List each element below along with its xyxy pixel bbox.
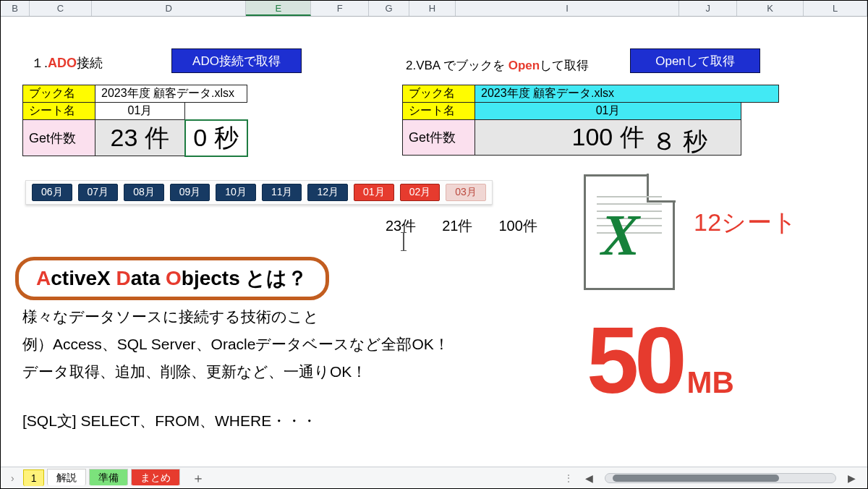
month-count-value: 100件 [499, 216, 537, 236]
column-header-C[interactable]: C [30, 1, 92, 16]
ado-time-value: 0 秒 [185, 120, 247, 156]
open-fetch-button[interactable]: Openして取得 [630, 48, 760, 73]
month-tab-11月[interactable]: 11月 [262, 184, 302, 201]
scroll-right-button[interactable]: ▶ [843, 472, 860, 484]
excel-file-icon: X [584, 174, 685, 296]
month-counts: 23件21件100件 [386, 216, 537, 236]
section-1-title: １.ADO接続 [31, 54, 103, 72]
month-tab-01月[interactable]: 01月 [354, 184, 394, 201]
ado-fetch-button[interactable]: ADO接続で取得 [171, 48, 302, 73]
column-headers: BCDEFGHIJKL [1, 1, 867, 17]
month-tab-06月[interactable]: 06月 [32, 184, 72, 201]
column-header-K[interactable]: K [737, 1, 804, 16]
month-tab-12月[interactable]: 12月 [307, 184, 348, 201]
column-header-H[interactable]: H [409, 1, 456, 16]
sheet-name-cell[interactable]: 01月 [95, 103, 185, 120]
month-tab-09月[interactable]: 09月 [170, 184, 210, 201]
tab-scroll-right-icon[interactable]: › [4, 472, 22, 484]
text-cursor-icon [403, 232, 404, 251]
new-sheet-button[interactable]: ＋ [182, 469, 215, 487]
book-label: ブック名 [23, 85, 95, 103]
column-header-L[interactable]: L [804, 1, 867, 16]
book-name-cell[interactable]: 2023年度 顧客データ.xlsx [95, 85, 247, 103]
scrollbar-thumb[interactable] [613, 475, 779, 482]
month-tab-03月[interactable]: 03月 [446, 184, 486, 201]
file-size: 50 MB [587, 313, 734, 407]
scroll-left-button[interactable]: ◀ [581, 472, 597, 484]
ado-desc-line: [SQL文] SELECT、FROM、WHERE・・・ [22, 409, 317, 434]
sheet-label: シート名 [403, 103, 475, 120]
column-header-E[interactable]: E [246, 1, 311, 16]
open-time-value: ８ 秒 [652, 125, 707, 158]
count-label: Get件数 [403, 120, 475, 156]
sheet-tab-準備[interactable]: 準備 [89, 469, 128, 485]
sheet-tab-まとめ[interactable]: まとめ [131, 469, 180, 485]
section-2-title: 2.VBA でブックを Openして取得 [406, 57, 589, 74]
ado-heading-bubble: ActiveX Data Objects とは？ [15, 257, 329, 300]
sheet-tab-bar: › 1 解説準備まとめ ＋ ⋮ ◀ ▶ [1, 467, 867, 488]
ado-count-value: 23 件 [95, 120, 185, 156]
month-tab-07月[interactable]: 07月 [78, 184, 119, 201]
worksheet-area: １.ADO接続 ADO接続で取得 2.VBA でブックを Openして取得 Op… [1, 17, 867, 467]
book-name-cell[interactable]: 2023年度 顧客データ.xlsx [475, 85, 779, 103]
ado-desc-line: 例）Access、SQL Server、Oracleデータベースなど全部OK！ [22, 332, 449, 357]
count-label: Get件数 [23, 120, 95, 156]
horizontal-scrollbar[interactable] [605, 473, 836, 483]
tab-divider-icon: ⋮ [563, 472, 574, 484]
column-header-J[interactable]: J [679, 1, 737, 16]
sheet-tab-1[interactable]: 1 [23, 469, 45, 486]
month-tab-08月[interactable]: 08月 [124, 184, 164, 201]
ado-info-table: ブック名 2023年度 顧客データ.xlsx シート名 01月 Get件数 23… [22, 85, 248, 157]
month-tab-02月[interactable]: 02月 [400, 184, 441, 201]
column-header-F[interactable]: F [311, 1, 369, 16]
column-header-B[interactable]: B [1, 1, 30, 16]
month-count-value: 21件 [442, 216, 472, 236]
column-header-D[interactable]: D [92, 1, 247, 16]
sheet-count-label: 12シート [694, 206, 798, 239]
sheet-label: シート名 [23, 103, 95, 120]
open-info-table: ブック名 2023年度 顧客データ.xlsx シート名 01月 Get件数 10… [402, 85, 779, 156]
column-header-I[interactable]: I [456, 1, 679, 16]
ado-desc-line: 様々なデータソースに接続する技術のこと [22, 305, 319, 330]
month-tabs: 06月07月08月09月10月11月12月01月02月03月 [25, 180, 493, 205]
book-label: ブック名 [403, 85, 475, 103]
sheet-tab-解説[interactable]: 解説 [47, 469, 86, 485]
sheet-name-cell[interactable]: 01月 [475, 103, 741, 120]
ado-desc-line: データ取得、追加、削除、更新など、一通りOK！ [22, 360, 367, 385]
month-tab-10月[interactable]: 10月 [216, 184, 256, 201]
column-header-G[interactable]: G [369, 1, 409, 16]
